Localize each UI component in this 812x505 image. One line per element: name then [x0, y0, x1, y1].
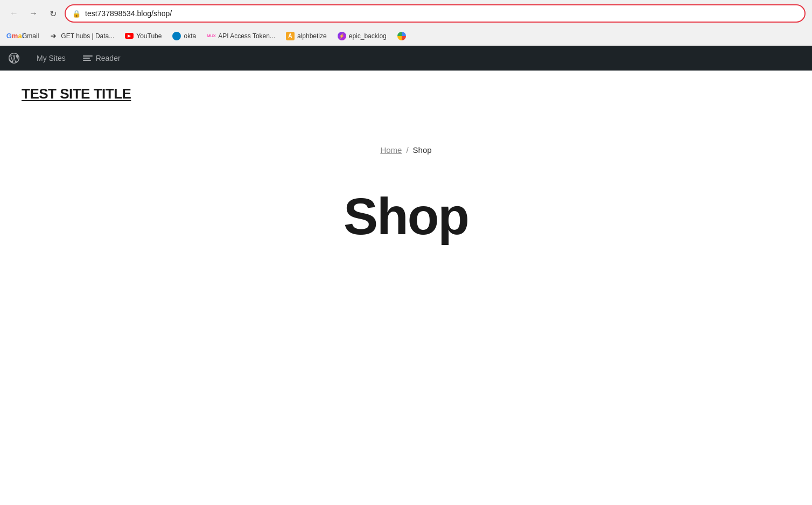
wp-reader[interactable]: Reader	[74, 46, 129, 71]
bookmark-epic-label: epic_backlog	[349, 32, 387, 40]
site-header: TEST SITE TITLE	[0, 71, 812, 113]
shop-title-section: Shop	[0, 176, 812, 268]
wp-my-sites[interactable]: My Sites	[28, 46, 74, 71]
bookmark-mux[interactable]: MUX API Access Token...	[202, 30, 279, 42]
reader-label: Reader	[96, 54, 121, 62]
epic-icon: ⚡	[338, 32, 346, 40]
reader-icon	[83, 54, 93, 62]
breadcrumb-separator: /	[406, 145, 408, 155]
bookmark-okta-label: okta	[184, 32, 196, 40]
get-hubs-icon	[50, 32, 58, 40]
bookmark-gmail[interactable]: Gmai Gmail	[6, 30, 43, 42]
url-domain: test737898534.blog	[85, 9, 151, 18]
bookmark-epic-backlog[interactable]: ⚡ epic_backlog	[333, 30, 391, 42]
bookmark-youtube[interactable]: YouTube	[121, 30, 166, 42]
wp-admin-bar: My Sites Reader	[0, 46, 812, 71]
bookmark-okta[interactable]: okta	[168, 30, 200, 42]
alpha-icon: A	[286, 32, 295, 40]
page-content: TEST SITE TITLE Home / Shop Shop	[0, 71, 812, 447]
browser-chrome: ← → ↻ 🔒 test737898534.blog/shop/ Gmai Gm…	[0, 0, 812, 46]
mux-icon: MUX	[207, 32, 215, 40]
bookmark-alphbetize[interactable]: A alphbetize	[282, 30, 331, 42]
address-bar[interactable]: 🔒 test737898534.blog/shop/	[65, 4, 806, 23]
my-sites-label: My Sites	[37, 54, 66, 62]
bookmark-youtube-label: YouTube	[136, 32, 162, 40]
breadcrumb-home-link[interactable]: Home	[380, 145, 402, 155]
browser-nav-bar: ← → ↻ 🔒 test737898534.blog/shop/	[0, 0, 812, 27]
bookmark-last[interactable]	[393, 30, 410, 42]
bookmark-mux-label: API Access Token...	[218, 32, 275, 40]
shop-heading: Shop	[344, 187, 468, 246]
lock-icon: 🔒	[72, 10, 81, 18]
bookmark-gmail-label: Gmail	[22, 32, 39, 40]
wp-logo-item[interactable]	[9, 53, 28, 64]
bookmark-get-hubs-label: GET hubs | Data...	[61, 32, 114, 40]
breadcrumb-current: Shop	[413, 145, 432, 155]
breadcrumb-section: Home / Shop	[0, 113, 812, 176]
okta-icon	[172, 32, 181, 40]
bookmarks-bar: Gmai Gmail GET hubs | Data... YouTube	[0, 27, 812, 45]
wordpress-icon	[9, 53, 19, 64]
bookmark-get-hubs[interactable]: GET hubs | Data...	[45, 30, 118, 42]
url-path: /shop/	[151, 9, 172, 18]
gmail-icon: Gmai	[11, 32, 19, 40]
last-icon	[397, 32, 406, 40]
breadcrumb: Home / Shop	[380, 145, 431, 155]
refresh-button[interactable]: ↻	[45, 6, 60, 21]
youtube-icon	[125, 32, 134, 40]
forward-button[interactable]: →	[26, 6, 41, 21]
address-text: test737898534.blog/shop/	[85, 9, 798, 18]
bookmark-alpha-label: alphbetize	[297, 32, 327, 40]
site-title[interactable]: TEST SITE TITLE	[22, 86, 790, 102]
back-button[interactable]: ←	[6, 6, 22, 21]
